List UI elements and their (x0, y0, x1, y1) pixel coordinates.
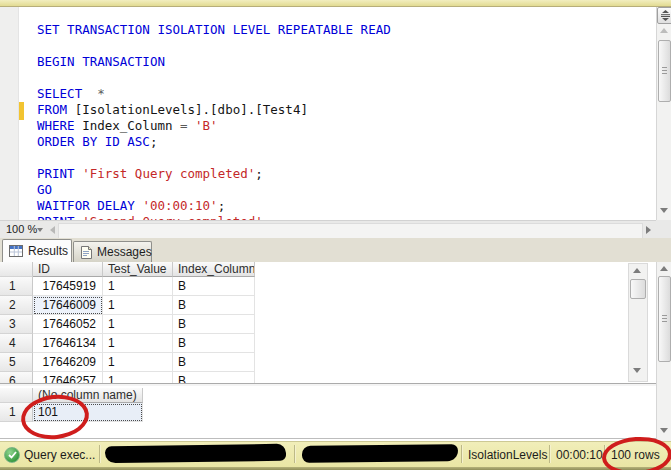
scroll-down-icon[interactable] (660, 208, 668, 213)
code-area[interactable]: SET TRANSACTION ISOLATION LEVEL REPEATAB… (37, 22, 391, 220)
row-number[interactable]: 3 (0, 315, 33, 334)
scroll-up-icon[interactable] (660, 266, 668, 271)
column-header[interactable]: Index_Column (173, 262, 255, 277)
row-number[interactable]: 2 (0, 296, 33, 315)
table-row: 1176459191B (0, 277, 627, 296)
row-number[interactable]: 1 (0, 277, 33, 296)
status-bar: Query exec... IsolationLevels 00:00:10 1… (0, 441, 671, 470)
row-number[interactable]: 6 (0, 372, 33, 383)
grid-cell[interactable]: 1 (103, 315, 173, 334)
code-line[interactable]: ORDER BY ID ASC; (37, 134, 391, 150)
status-separator (461, 445, 462, 463)
results-bottom-border (0, 438, 656, 439)
scalar-result-grid: (No column name)1101 (0, 386, 627, 438)
row-number-header[interactable] (0, 262, 33, 277)
status-separator (99, 445, 100, 463)
scroll-right-icon[interactable] (646, 226, 651, 234)
grid-cell[interactable]: 1 (103, 277, 173, 296)
ssms-query-window: SET TRANSACTION ISOLATION LEVEL REPEATAB… (0, 0, 671, 470)
grid-cell[interactable]: 17646009 (33, 296, 103, 315)
table-row: 2176460091B (0, 296, 627, 315)
table-row: 4176461341B (0, 334, 627, 353)
grid-cell[interactable]: 17646209 (33, 353, 103, 372)
scrollbar-corner (656, 220, 671, 238)
row-number[interactable]: 4 (0, 334, 33, 353)
zoom-level-select[interactable]: 100 % (3, 222, 45, 237)
tab-results[interactable]: Results (2, 239, 72, 262)
table-grid-icon (9, 245, 23, 257)
green-check-icon (4, 447, 20, 463)
table-row: 5176462091B (0, 353, 627, 372)
scroll-up-icon[interactable] (633, 268, 641, 273)
split-handle-icon[interactable] (657, 7, 671, 24)
results-grid: IDTest_ValueIndex_Column1176459191B21764… (0, 262, 627, 383)
grid-cell[interactable]: 1 (103, 353, 173, 372)
grid-cell[interactable]: 17646134 (33, 334, 103, 353)
editor-scroll-thumb[interactable] (658, 40, 671, 102)
thumb-grip-icon (662, 315, 667, 322)
message-note-icon (80, 246, 92, 259)
grid-cell[interactable]: 1 (103, 296, 173, 315)
row-number[interactable]: 5 (0, 353, 33, 372)
database-name: IsolationLevels (468, 448, 547, 462)
redacted-user-name (302, 444, 458, 463)
row-count: 100 rows (611, 448, 660, 462)
table-row: 6176462571B (0, 372, 627, 383)
row-number[interactable]: 1 (0, 403, 33, 422)
code-line[interactable] (37, 150, 391, 166)
results-scroll-thumb[interactable] (630, 279, 646, 299)
grid-cell[interactable]: 101 (33, 403, 143, 422)
editor-zoom-bar: 100 % (0, 220, 656, 239)
grid-cell[interactable]: 1 (103, 372, 173, 383)
grid-cell[interactable]: B (173, 315, 255, 334)
code-line[interactable]: WHERE Index_Column = 'B' (37, 118, 391, 134)
pane-vertical-scrollbar[interactable] (656, 262, 671, 441)
column-header[interactable]: (No column name) (33, 388, 143, 403)
change-tracking-bar (19, 102, 24, 120)
pane-scroll-thumb[interactable] (658, 276, 671, 362)
code-line[interactable]: SELECT * (37, 86, 391, 102)
grid-cell[interactable]: 17645919 (33, 277, 103, 296)
column-header[interactable]: Test_Value (103, 262, 173, 277)
code-line[interactable]: SET TRANSACTION ISOLATION LEVEL REPEATAB… (37, 22, 391, 38)
grid-cell[interactable]: B (173, 277, 255, 296)
editor-horizontal-scrollbar[interactable] (58, 223, 643, 239)
grid-cell[interactable]: B (173, 353, 255, 372)
thumb-grip-icon (662, 67, 667, 74)
grid-cell[interactable]: B (173, 334, 255, 353)
code-line[interactable]: FROM [IsolationLevels].[dbo].[Test4] (37, 102, 391, 118)
results-pane: IDTest_ValueIndex_Column1176459191B21764… (0, 262, 656, 441)
scroll-down-icon[interactable] (660, 428, 668, 433)
code-line[interactable] (37, 70, 391, 86)
tab-results-label: Results (28, 244, 68, 258)
grid-cell[interactable]: 17646052 (33, 315, 103, 334)
row-number-header[interactable] (0, 388, 33, 403)
sql-editor[interactable]: SET TRANSACTION ISOLATION LEVEL REPEATAB… (0, 7, 656, 220)
code-line[interactable]: GO (37, 182, 391, 198)
chevron-down-icon (37, 228, 43, 232)
status-separator (549, 445, 550, 463)
column-header[interactable]: ID (33, 262, 103, 277)
editor-vertical-scrollbar[interactable] (656, 7, 671, 220)
status-separator (604, 445, 605, 463)
code-line[interactable]: PRINT 'First Query completed'; (37, 166, 391, 182)
zoom-level-value: 100 % (3, 223, 37, 235)
elapsed-time: 00:00:10 (556, 448, 603, 462)
grid-cell[interactable]: 1 (103, 334, 173, 353)
code-line[interactable]: WAITFOR DELAY '00:00:10'; (37, 198, 391, 214)
grid-cell[interactable]: B (173, 372, 255, 383)
scroll-up-icon[interactable] (660, 28, 668, 33)
code-line[interactable]: BEGIN TRANSACTION (37, 54, 391, 70)
scroll-left-icon[interactable] (50, 226, 55, 234)
code-line[interactable] (37, 38, 391, 54)
grid-cell[interactable]: B (173, 296, 255, 315)
window-top-strip (0, 0, 671, 7)
results-tab-strip: Results Messages (0, 238, 671, 262)
scroll-down-icon[interactable] (633, 368, 641, 373)
status-separator (294, 445, 295, 463)
grid-cell[interactable]: 17646257 (33, 372, 103, 383)
results-grid-scrollbar[interactable] (628, 263, 648, 382)
editor-gutter (0, 7, 19, 220)
tab-messages[interactable]: Messages (73, 241, 152, 262)
table-row: 3176460521B (0, 315, 627, 334)
